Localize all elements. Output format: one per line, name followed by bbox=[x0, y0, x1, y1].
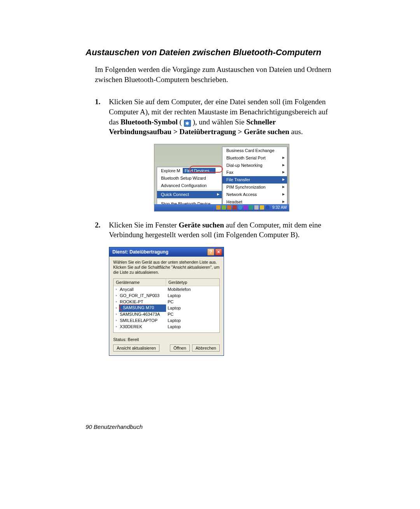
submenu-item[interactable]: Dial-up Networking▶ bbox=[222, 162, 287, 169]
device-row[interactable]: ▫X30DEREKLaptop bbox=[114, 324, 219, 330]
help-button[interactable]: ? bbox=[207, 248, 214, 255]
bluetooth-icon: ✱ bbox=[184, 120, 191, 127]
submenu-item[interactable]: Headset▶ bbox=[222, 198, 287, 204]
paren-open: ( bbox=[180, 118, 184, 126]
chevron-right-icon: ▶ bbox=[282, 185, 285, 189]
step-1: Klicken Sie auf dem Computer, der eine D… bbox=[95, 97, 334, 212]
col-device-type[interactable]: Gerätetyp bbox=[166, 279, 219, 286]
device-row[interactable]: ▫SAMSUNG M70Laptop bbox=[114, 305, 219, 311]
dialog-instructions: Wählen Sie ein Gerät aus der unten stehe… bbox=[113, 260, 220, 275]
menu-stop-bt[interactable]: Stop the Bluetooth Device bbox=[157, 200, 222, 204]
device-row[interactable]: ▫GO_FOR_IT_NP003Laptop bbox=[114, 292, 219, 299]
tray-icon[interactable] bbox=[265, 205, 270, 210]
submenu-item[interactable]: Business Card Exchange bbox=[222, 147, 287, 154]
menu-divider bbox=[158, 199, 221, 199]
menu-quick-connect[interactable]: Quick Connect▶ bbox=[157, 191, 222, 198]
tray-icon[interactable] bbox=[222, 205, 226, 210]
chevron-right-icon: ▶ bbox=[282, 156, 285, 160]
intro-paragraph: Im Folgenden werden die Vorgänge zum Aus… bbox=[86, 65, 334, 84]
step2-text-pre: Klicken Sie im Fenster bbox=[109, 221, 178, 229]
status-label: Status: Bereit bbox=[113, 337, 220, 343]
tray-icon[interactable] bbox=[243, 205, 248, 210]
screenshot-context-menu: Business Card ExchangeBluetooth Serial P… bbox=[154, 144, 289, 212]
device-row[interactable]: ▫AnycallMobiltelefon bbox=[114, 286, 219, 292]
device-icon: ▫ bbox=[114, 318, 119, 323]
device-icon: ▫ bbox=[114, 324, 119, 329]
section-heading: Austauschen von Dateien zwischen Bluetoo… bbox=[86, 47, 334, 58]
page-footer: 90 Benutzerhandbuch bbox=[86, 423, 143, 430]
device-row[interactable]: ▫SAMSUNG-463473APC bbox=[114, 311, 219, 317]
device-icon: ▫ bbox=[114, 293, 119, 298]
submenu-item[interactable]: File Transfer▶ bbox=[222, 176, 287, 184]
paren-close: ), und wählen Sie bbox=[191, 118, 246, 126]
device-list[interactable]: Gerätename Gerätetyp ▫AnycallMobiltelefo… bbox=[113, 278, 220, 333]
taskbar-clock: 9:32 AM bbox=[271, 205, 288, 210]
device-icon: ▫ bbox=[114, 287, 119, 292]
tray-bluetooth-icon[interactable] bbox=[238, 205, 242, 210]
menu-advconfig[interactable]: Advanced Configuration bbox=[157, 182, 222, 189]
chevron-right-icon: ▶ bbox=[282, 178, 285, 182]
step1-text-post: aus. bbox=[291, 128, 303, 136]
menu-explore-label: Explore M bbox=[161, 168, 180, 173]
tray-icon[interactable] bbox=[260, 205, 264, 210]
device-icon: ▫ bbox=[114, 299, 119, 304]
step-2: Klicken Sie im Fenster Geräte suchen auf… bbox=[95, 220, 334, 356]
highlight-circle bbox=[189, 166, 223, 173]
device-icon: ▫ bbox=[114, 312, 119, 317]
device-row[interactable]: ▫SMILELEELAPTOPLaptop bbox=[114, 317, 219, 324]
tray-icon[interactable] bbox=[227, 205, 231, 210]
menu-btsetup[interactable]: Bluetooth Setup Wizard bbox=[157, 175, 222, 182]
dialog-body: Wählen Sie ein Gerät aus der unten stehe… bbox=[109, 257, 224, 355]
step2-bold: Geräte suchen bbox=[178, 221, 224, 229]
tray-icon[interactable] bbox=[233, 205, 237, 210]
refresh-view-button[interactable]: Ansicht aktualisieren bbox=[113, 345, 159, 352]
col-device-name[interactable]: Gerätename bbox=[114, 279, 166, 286]
cancel-button[interactable]: Abbrechen bbox=[192, 345, 220, 352]
menu-divider bbox=[158, 190, 221, 190]
chevron-right-icon: ▶ bbox=[217, 192, 219, 197]
submenu: Business Card ExchangeBluetooth Serial P… bbox=[222, 147, 287, 204]
open-button[interactable]: Öffnen bbox=[170, 345, 190, 352]
highlight-circle: SAMSUNG M70 bbox=[119, 304, 153, 311]
submenu-item[interactable]: Bluetooth Serial Port▶ bbox=[222, 154, 287, 162]
tray-icon[interactable] bbox=[254, 205, 259, 210]
dialog-titlebar: Dienst: Dateiübertragung ? × bbox=[109, 247, 224, 257]
tray-icon[interactable] bbox=[249, 205, 253, 210]
submenu-item[interactable]: PIM Synchronization▶ bbox=[222, 184, 287, 191]
tray-icon[interactable] bbox=[216, 205, 220, 210]
submenu-item[interactable]: Network Access▶ bbox=[222, 191, 287, 198]
chevron-right-icon: ▶ bbox=[282, 200, 285, 204]
chevron-right-icon: ▶ bbox=[282, 163, 285, 168]
taskbar: 9:32 AM bbox=[154, 204, 289, 211]
screenshot-device-dialog: Dienst: Dateiübertragung ? × Wählen Sie … bbox=[109, 247, 224, 356]
device-list-header: Gerätename Gerätetyp bbox=[114, 279, 219, 287]
submenu-item[interactable]: Fax▶ bbox=[222, 169, 287, 176]
chevron-right-icon: ▶ bbox=[282, 170, 285, 175]
step1-bold-bluetooth-symbol: Bluetooth-Symbol bbox=[121, 118, 178, 126]
dialog-title: Dienst: Dateiübertragung bbox=[112, 249, 168, 255]
device-icon: ▫ bbox=[114, 306, 119, 310]
chevron-right-icon: ▶ bbox=[282, 192, 285, 197]
close-button[interactable]: × bbox=[215, 248, 222, 255]
